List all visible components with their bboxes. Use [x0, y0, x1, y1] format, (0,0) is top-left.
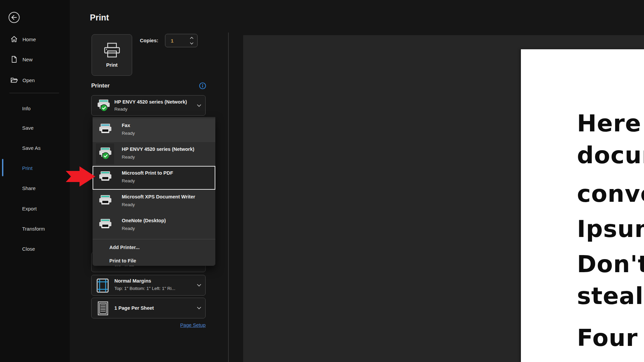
- printer-dropdown-menu: Fax Ready HP ENVY 4520 series (Network) …: [93, 117, 215, 266]
- printer-option-status: Ready: [122, 226, 135, 231]
- sidebar-item-label: Save As: [22, 145, 41, 151]
- sidebar-item-label: Info: [22, 106, 31, 111]
- copies-increment-button[interactable]: [189, 36, 194, 40]
- page-text-line: Ipsum: [577, 215, 644, 243]
- page-text-line: Four: [577, 324, 638, 352]
- back-circle-arrow-icon: [8, 11, 20, 23]
- sidebar-item-save[interactable]: Save: [0, 123, 70, 133]
- chevron-up-icon: [190, 37, 194, 39]
- printer-option-name: HP ENVY 4520 series (Network): [122, 146, 194, 152]
- sidebar-item-label: New: [22, 57, 33, 62]
- sidebar-item-label: Open: [22, 77, 35, 83]
- printer-section-label: Printer: [91, 82, 110, 89]
- printer-option-microsoft-print-to-pdf[interactable]: Microsoft Print to PDF Ready: [93, 166, 215, 190]
- chevron-down-icon: [197, 284, 201, 287]
- sidebar-item-save-as[interactable]: Save As: [0, 143, 70, 153]
- page-text-line: Here: [577, 110, 641, 137]
- sidebar-item-print[interactable]: Print: [0, 163, 70, 173]
- print-preview-pane: Here docum conve Ipsum Don't steal Four: [243, 35, 644, 362]
- chevron-down-icon: [197, 307, 201, 309]
- margins-icon: [97, 278, 109, 293]
- print-button-label: Print: [106, 62, 117, 68]
- printer-option-status: Ready: [122, 155, 135, 160]
- copies-input[interactable]: [171, 37, 184, 45]
- panel-divider: [228, 33, 229, 362]
- print-to-file-item[interactable]: Print to File: [93, 255, 215, 268]
- selected-printer-status: Ready: [114, 107, 127, 112]
- green-check-badge-icon: [102, 152, 109, 160]
- page-text-line: Don't: [577, 250, 644, 278]
- add-printer-label: Add Printer...: [109, 245, 140, 250]
- printer-option-status: Ready: [122, 202, 135, 207]
- printer-select[interactable]: HP ENVY 4520 series (Network) Ready: [91, 95, 206, 116]
- copies-label: Copies:: [140, 38, 158, 43]
- sidebar-item-label: Print: [22, 165, 33, 171]
- pages-per-sheet-select[interactable]: 1 Page Per Sheet: [91, 298, 206, 318]
- print-to-file-label: Print to File: [109, 258, 136, 263]
- margins-subtitle: Top: 1" Bottom: 1" Left: 1" Ri...: [114, 286, 175, 291]
- green-check-badge-icon: [100, 104, 108, 112]
- add-printer-item[interactable]: Add Printer...: [93, 241, 215, 255]
- sidebar-item-label: Close: [22, 246, 35, 252]
- printer-icon: [99, 124, 112, 135]
- info-icon[interactable]: [199, 82, 207, 90]
- printer-option-name: Microsoft Print to PDF: [122, 170, 173, 176]
- chevron-down-icon: [197, 104, 201, 107]
- printer-option-onenote[interactable]: OneNote (Desktop) Ready: [93, 214, 215, 237]
- sidebar-divider: [9, 93, 59, 93]
- back-button[interactable]: [8, 11, 20, 23]
- sidebar-item-home[interactable]: Home: [0, 34, 70, 45]
- page-text-line: steal: [577, 282, 644, 310]
- document-preview-page: Here docum conve Ipsum Don't steal Four: [521, 49, 644, 362]
- pages-per-sheet-value: 1 Page Per Sheet: [114, 305, 154, 311]
- printer-option-hp-envy[interactable]: HP ENVY 4520 series (Network) Ready: [93, 142, 215, 166]
- chevron-down-icon: [190, 42, 194, 45]
- printer-option-name: Fax: [122, 123, 130, 128]
- home-icon: [10, 35, 18, 43]
- printer-option-name: OneNote (Desktop): [122, 218, 166, 223]
- printer-icon: [99, 195, 112, 206]
- copies-decrement-button[interactable]: [189, 41, 194, 46]
- active-item-indicator: [2, 159, 3, 176]
- sidebar-item-label: Share: [22, 185, 36, 191]
- printer-option-status: Ready: [122, 131, 135, 136]
- backstage-sidebar: Home New Open Info Save Save As Print Sh…: [0, 0, 70, 362]
- sidebar-item-close[interactable]: Close: [0, 244, 70, 254]
- printer-option-fax[interactable]: Fax Ready: [93, 118, 215, 142]
- sidebar-item-info[interactable]: Info: [0, 103, 70, 113]
- dropdown-divider: [93, 239, 215, 239]
- new-document-icon: [10, 55, 18, 63]
- printer-outline-icon: [103, 43, 121, 58]
- printer-icon: [99, 171, 112, 183]
- sidebar-item-open[interactable]: Open: [0, 74, 70, 86]
- printer-option-status: Ready: [122, 178, 135, 183]
- selected-printer-name: HP ENVY 4520 series (Network): [114, 99, 187, 105]
- sidebar-item-label: Transform: [22, 226, 45, 232]
- sidebar-item-transform[interactable]: Transform: [0, 224, 70, 234]
- red-annotation-arrow: [66, 166, 95, 187]
- sidebar-item-label: Export: [22, 206, 37, 212]
- sidebar-item-export[interactable]: Export: [0, 203, 70, 214]
- print-button[interactable]: Print: [92, 34, 132, 76]
- printer-option-name: Microsoft XPS Document Writer: [122, 194, 195, 199]
- sidebar-item-label: Save: [22, 125, 34, 131]
- sidebar-item-share[interactable]: Share: [0, 183, 70, 193]
- page-setup-link[interactable]: Page Setup: [174, 322, 206, 328]
- page-text-line: docum: [577, 141, 644, 169]
- margins-title: Normal Margins: [114, 278, 151, 284]
- printer-icon: [99, 219, 112, 230]
- sidebar-item-label: Home: [22, 37, 36, 42]
- printer-option-microsoft-xps[interactable]: Microsoft XPS Document Writer Ready: [93, 190, 215, 214]
- page-title: Print: [90, 13, 109, 22]
- page-text-line: conve: [577, 180, 644, 207]
- page-per-sheet-icon: [98, 301, 108, 315]
- margins-select[interactable]: Normal Margins Top: 1" Bottom: 1" Left: …: [91, 275, 206, 296]
- copies-stepper: [165, 34, 198, 47]
- sidebar-item-new[interactable]: New: [0, 54, 70, 65]
- open-folder-icon: [10, 76, 18, 84]
